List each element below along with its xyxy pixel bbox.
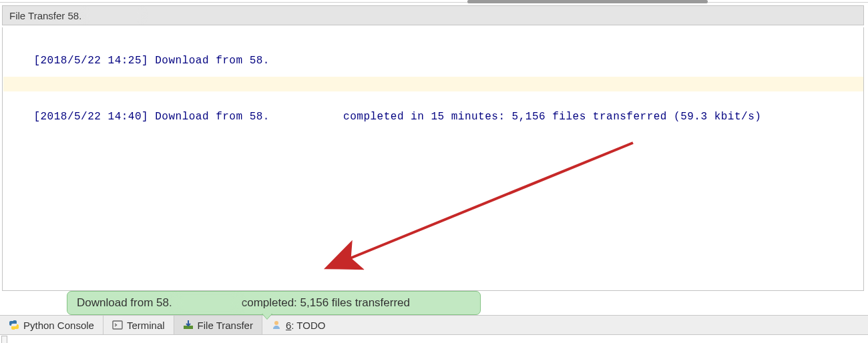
log-redacted <box>270 55 337 66</box>
log-text: [2018/5/22 14:40] Download from 58. <box>33 111 270 123</box>
log-caret-highlight <box>3 77 864 91</box>
terminal-icon <box>112 320 123 330</box>
panel-title: File Transfer 58. <box>9 10 81 21</box>
toast-text: completed: 5,156 files transferred <box>242 296 410 310</box>
tool-window-bar: Python Console Terminal File Transfer 6:… <box>0 315 868 335</box>
tab-todo[interactable]: 6: TODO <box>262 316 334 334</box>
tab-label: File Transfer <box>198 320 253 331</box>
file-transfer-panel-header: File Transfer 58. <box>2 5 864 25</box>
toast-text: Download from 58. <box>77 296 172 310</box>
top-border-accent <box>467 0 708 3</box>
panel-title-redacted <box>83 10 144 21</box>
tab-label: Terminal <box>127 320 165 331</box>
log-text: [2018/5/22 14:25] Download from 58. <box>33 55 270 67</box>
tab-terminal[interactable]: Terminal <box>103 316 174 334</box>
status-bar-fragment <box>0 336 868 343</box>
log-redacted <box>270 111 337 122</box>
top-border <box>0 0 868 3</box>
svg-point-3 <box>274 321 278 325</box>
tab-python-console[interactable]: Python Console <box>0 316 103 334</box>
python-icon <box>9 320 19 330</box>
svg-rect-1 <box>113 321 122 329</box>
tab-label: Python Console <box>23 320 94 331</box>
tab-label: 6: TODO <box>286 320 325 331</box>
todo-icon <box>271 320 282 330</box>
log-line: [2018/5/22 14:40] Download from 58. comp… <box>3 89 863 145</box>
file-transfer-log[interactable]: [2018/5/22 14:25] Download from 58. [201… <box>2 27 864 291</box>
tab-file-transfer[interactable]: File Transfer <box>174 316 262 334</box>
toast-pointer <box>262 314 272 320</box>
toast-redacted <box>174 297 240 309</box>
file-transfer-icon <box>183 320 194 330</box>
log-text: completed in 15 minutes: 5,156 files tra… <box>337 111 761 123</box>
download-complete-toast: Download from 58. completed: 5,156 files… <box>67 291 481 315</box>
